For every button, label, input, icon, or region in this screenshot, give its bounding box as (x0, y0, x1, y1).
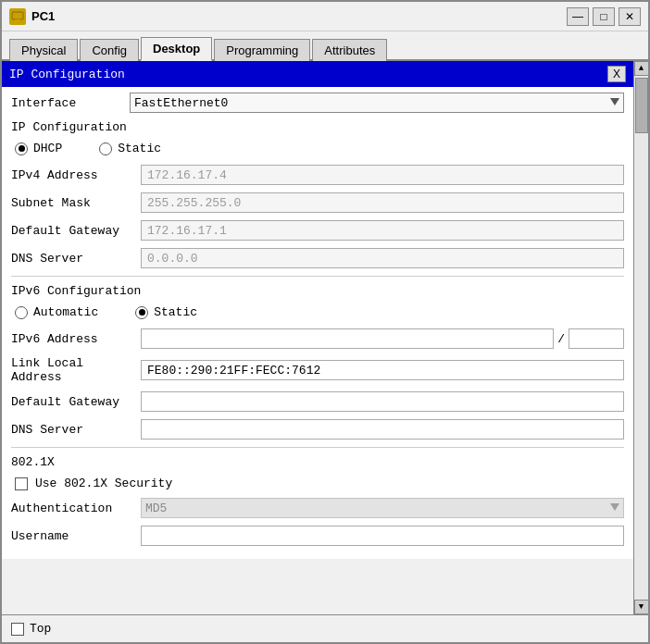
ipv6-dns-row: DNS Server (11, 419, 624, 440)
auth-select[interactable]: MD5 (141, 498, 624, 518)
subnet-mask-label: Subnet Mask (11, 196, 141, 210)
use-security-checkbox[interactable] (15, 477, 28, 490)
tab-physical[interactable]: Physical (9, 39, 78, 61)
auth-row: Authentication MD5 (11, 498, 624, 518)
divider-1 (11, 276, 624, 277)
ipv6-gateway-row: Default Gateway (11, 391, 624, 412)
section-title: IP Configuration (9, 68, 125, 81)
close-button[interactable]: ✕ (619, 7, 641, 26)
link-local-row: Link Local Address (11, 356, 624, 384)
tab-config[interactable]: Config (80, 39, 139, 61)
ipv6-gateway-label: Default Gateway (11, 395, 141, 409)
interface-label: Interface (11, 96, 122, 110)
tab-programming[interactable]: Programming (214, 39, 310, 61)
ipv6-slash: / (557, 332, 565, 346)
scrollbar: ▲ ▼ (633, 61, 648, 614)
ipv6-static-radio[interactable] (135, 306, 148, 319)
ipv6-subsection-title: IPv6 Configuration (11, 284, 624, 298)
use-security-row: Use 802.1X Security (11, 477, 624, 490)
section-header: IP Configuration X (2, 61, 633, 87)
inner-content: IP Configuration X Interface FastEtherne… (2, 61, 633, 559)
section-close-button[interactable]: X (607, 66, 626, 82)
interface-row: Interface FastEthernet0 (11, 93, 624, 113)
svg-rect-2 (13, 21, 22, 22)
username-input[interactable] (141, 526, 624, 546)
dns-server-row: DNS Server (11, 248, 624, 268)
title-bar: PC1 — □ ✕ (2, 2, 648, 31)
ipv6-address-row: IPv6 Address / (11, 328, 624, 349)
tabs-bar: Physical Config Desktop Programming Attr… (2, 31, 648, 61)
title-controls: — □ ✕ (567, 7, 641, 26)
ipv6-gateway-input[interactable] (141, 391, 624, 412)
static-option[interactable]: Static (99, 142, 161, 155)
content-area: IP Configuration X Interface FastEtherne… (2, 61, 648, 614)
svg-rect-1 (15, 19, 20, 21)
interface-select[interactable]: FastEthernet0 (130, 93, 624, 113)
default-gateway-label: Default Gateway (11, 224, 141, 238)
ipv6-prefix-input[interactable] (569, 328, 624, 349)
scroll-thumb[interactable] (635, 78, 648, 133)
ipv6-address-input[interactable] (141, 328, 554, 349)
username-label: Username (11, 529, 141, 543)
ipv6-input-group: / (141, 328, 624, 349)
ipv6-radio-row: Automatic Static (11, 305, 624, 319)
subnet-mask-row: Subnet Mask (11, 192, 624, 213)
scroll-down-button[interactable]: ▼ (634, 600, 649, 614)
ipv6-dns-label: DNS Server (11, 423, 141, 437)
use-security-label: Use 802.1X Security (35, 477, 172, 490)
dhcp-option[interactable]: DHCP (15, 142, 62, 155)
bottom-bar: Top (2, 614, 648, 642)
tab-attributes[interactable]: Attributes (312, 39, 387, 61)
top-label: Top (30, 622, 51, 636)
subnet-mask-input[interactable] (141, 192, 624, 213)
app-icon (9, 8, 26, 25)
svg-rect-0 (12, 12, 23, 19)
link-local-input[interactable] (141, 360, 624, 380)
auth-label: Authentication (11, 502, 141, 515)
dot1x-title: 802.1X (11, 455, 624, 469)
link-local-label: Link Local Address (11, 356, 141, 384)
ipv6-automatic-radio[interactable] (15, 306, 28, 319)
default-gateway-row: Default Gateway (11, 220, 624, 241)
ipv6-dns-input[interactable] (141, 419, 624, 440)
divider-2 (11, 447, 624, 448)
window-title: PC1 (31, 9, 55, 23)
tab-desktop[interactable]: Desktop (141, 37, 212, 61)
dhcp-radio[interactable] (15, 142, 28, 155)
title-bar-left: PC1 (9, 8, 55, 25)
ipv4-subsection-title: IP Configuration (11, 120, 624, 134)
ipv4-address-row: IPv4 Address (11, 165, 624, 185)
top-checkbox[interactable] (11, 623, 24, 636)
maximize-button[interactable]: □ (593, 7, 615, 26)
username-row: Username (11, 526, 624, 546)
ipv4-radio-row: DHCP Static (11, 142, 624, 155)
ipv4-address-input[interactable] (141, 165, 624, 185)
ipv6-address-label: IPv6 Address (11, 332, 141, 346)
main-window: PC1 — □ ✕ Physical Config Desktop Progra… (0, 0, 650, 644)
scroll-up-button[interactable]: ▲ (634, 61, 649, 76)
default-gateway-input[interactable] (141, 220, 624, 241)
scroll-track[interactable] (634, 76, 648, 600)
dns-server-label: DNS Server (11, 252, 141, 266)
dns-server-input[interactable] (141, 248, 624, 268)
ipv4-address-label: IPv4 Address (11, 168, 141, 182)
static-radio[interactable] (99, 142, 112, 155)
form-area: Interface FastEthernet0 IP Configuration… (2, 87, 633, 559)
ipv6-static-option[interactable]: Static (135, 305, 197, 319)
minimize-button[interactable]: — (567, 7, 589, 26)
scroll-content[interactable]: IP Configuration X Interface FastEtherne… (2, 61, 633, 614)
ipv6-automatic-option[interactable]: Automatic (15, 305, 98, 319)
